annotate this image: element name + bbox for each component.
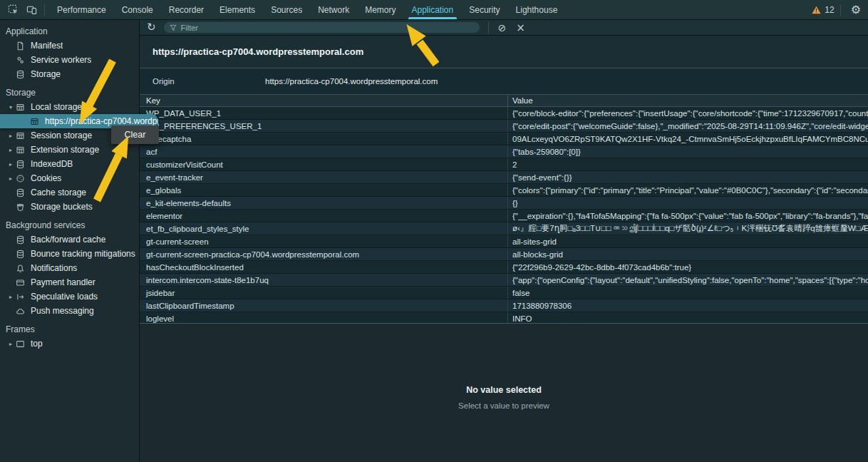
caret-expanded-icon[interactable]: ▾ bbox=[6, 104, 16, 111]
sidebar-item-speculative-loads[interactable]: ▸Speculative loads bbox=[0, 289, 139, 304]
toolbar-separator bbox=[488, 22, 489, 34]
section-title-storage: Storage bbox=[0, 86, 139, 100]
tab-application[interactable]: Application bbox=[404, 0, 462, 19]
row-value: 09ALcxeyqVO6ZRpST9KATQw2X1HF-Vtkq24_-Ctm… bbox=[508, 133, 868, 145]
table-row[interactable]: gt-current-screen-practica-cp7004.wordpr… bbox=[140, 248, 868, 261]
table-icon bbox=[16, 145, 25, 155]
sidebar-item-label: Manifest bbox=[31, 41, 63, 51]
sidebar-item-label: IndexedDB bbox=[31, 159, 73, 169]
row-value: {"core/block-editor":{"preferences":{"in… bbox=[508, 107, 868, 119]
caret-collapsed-icon[interactable]: ▸ bbox=[6, 294, 16, 300]
clear-context-menu-item[interactable]: Clear bbox=[111, 125, 159, 144]
tab-recorder[interactable]: Recorder bbox=[161, 0, 212, 19]
caret-collapsed-icon[interactable]: ▸ bbox=[6, 147, 16, 153]
sidebar-item-label: Storage buckets bbox=[31, 202, 93, 212]
sidebar-item-label: https://practica-cp7004.wordpresstempora… bbox=[45, 116, 158, 126]
sidebar-item-label: Local storage bbox=[31, 102, 82, 112]
doc-icon bbox=[16, 41, 25, 51]
key-column-header[interactable]: Key bbox=[140, 95, 508, 106]
caret-collapsed-icon[interactable]: ▸ bbox=[6, 341, 16, 347]
row-key: e_event-tracker bbox=[140, 171, 508, 183]
row-value: all-blocks-grid bbox=[508, 248, 868, 260]
row-value: {} bbox=[508, 197, 868, 209]
sidebar-item-local-storage[interactable]: ▾Local storage bbox=[0, 100, 139, 114]
sidebar-item-cookies[interactable]: ▸Cookies bbox=[0, 171, 139, 185]
row-key: hasCheckoutBlockInserted bbox=[140, 261, 508, 273]
sidebar-item-label: Cache storage bbox=[31, 188, 86, 197]
table-row[interactable]: e_globals{"colors":{"primary":{"id":"pri… bbox=[140, 184, 868, 197]
key-value-table: Key Value WP_DATA_USER_1{"core/block-edi… bbox=[140, 95, 868, 323]
tab-elements[interactable]: Elements bbox=[212, 0, 263, 19]
db-icon bbox=[16, 160, 25, 169]
row-value: {"22f296b9-2629-42bc-8dbb-4f073cad4b6b":… bbox=[508, 261, 868, 273]
table-row[interactable]: _grecaptcha09ALcxeyqVO6ZRpST9KATQw2X1HF-… bbox=[140, 133, 868, 145]
delete-selected-icon[interactable]: × bbox=[516, 21, 525, 34]
sidebar-item-storage[interactable]: Storage bbox=[0, 67, 139, 81]
db-icon bbox=[16, 188, 25, 197]
value-column-header[interactable]: Value bbox=[508, 95, 868, 106]
table-row[interactable]: acf{"tabs-259080":[0]} bbox=[140, 145, 868, 158]
sidebar-item-extension-storage[interactable]: ▸Extension storage bbox=[0, 143, 139, 157]
sidebar-item-label: Bounce tracking mitigations bbox=[31, 249, 135, 259]
topbar-separator bbox=[840, 4, 841, 16]
table-row[interactable]: e_kit-elements-defaults{} bbox=[140, 197, 868, 210]
table-row[interactable]: WP_DATA_USER_1{"core/block-editor":{"pre… bbox=[140, 107, 868, 120]
sidebar-item-manifest[interactable]: Manifest bbox=[0, 38, 139, 53]
table-row[interactable]: loglevelINFO bbox=[140, 312, 868, 323]
row-key: loglevel bbox=[140, 312, 508, 323]
table-row[interactable]: et_fb_clipboard_styles_styleø‹』腟□要7ղ䏤□ₐ3… bbox=[140, 222, 868, 235]
clear-all-icon[interactable]: ⊘ bbox=[498, 22, 507, 34]
table-row[interactable]: WP_PREFERENCES_USER_1{"core/edit-post":{… bbox=[140, 120, 868, 133]
specload-icon bbox=[16, 292, 25, 302]
devtools-tab-bar: PerformanceConsoleRecorderElementsSource… bbox=[0, 0, 868, 20]
sidebar-item-back-forward-cache[interactable]: Back/forward cache bbox=[0, 232, 139, 247]
table-row[interactable]: elementor{"__expiration":{},"fa4Tofa5Map… bbox=[140, 210, 868, 222]
device-toolbar-icon[interactable] bbox=[23, 1, 40, 19]
sidebar-item-indexeddb[interactable]: ▸IndexedDB bbox=[0, 157, 139, 171]
filter-input[interactable] bbox=[181, 24, 474, 32]
section-title-frames: Frames bbox=[0, 322, 139, 337]
warning-count[interactable]: 12 bbox=[825, 5, 834, 15]
topbar-right: 12 ⚙ bbox=[812, 3, 868, 16]
table-row[interactable]: lastClipboardTimestamp1713880978306 bbox=[140, 299, 868, 312]
tab-memory[interactable]: Memory bbox=[357, 0, 403, 19]
table-row[interactable]: gt-current-screenall-sites-grid bbox=[140, 235, 868, 248]
frame-icon bbox=[16, 339, 25, 349]
settings-gear-icon[interactable]: ⚙ bbox=[851, 3, 861, 16]
sidebar-item-service-workers[interactable]: Service workers bbox=[0, 53, 139, 67]
sidebar-item-label: Extension storage bbox=[31, 145, 99, 155]
table-row[interactable]: customizerVisitCount2 bbox=[140, 158, 868, 171]
table-row[interactable]: jsidebarfalse bbox=[140, 287, 868, 299]
origin-value: https://practica-cp7004.wordpresstempora… bbox=[265, 77, 438, 86]
table-row[interactable]: hasCheckoutBlockInserted{"22f296b9-2629-… bbox=[140, 261, 868, 274]
tab-lighthouse[interactable]: Lighthouse bbox=[508, 0, 566, 19]
gears-icon bbox=[16, 56, 25, 65]
sidebar: ApplicationManifestService workersStorag… bbox=[0, 20, 140, 462]
caret-collapsed-icon[interactable]: ▸ bbox=[6, 161, 16, 168]
table-icon bbox=[30, 117, 39, 126]
row-key: acf bbox=[140, 145, 508, 158]
warning-icon[interactable] bbox=[812, 6, 821, 14]
sidebar-item-label: Back/forward cache bbox=[31, 235, 105, 245]
table-row[interactable]: e_event-tracker{"send-event":{}} bbox=[140, 171, 868, 184]
caret-collapsed-icon[interactable]: ▸ bbox=[6, 133, 16, 139]
tab-network[interactable]: Network bbox=[310, 0, 357, 19]
tab-performance[interactable]: Performance bbox=[49, 0, 114, 19]
sidebar-item-top[interactable]: ▸top bbox=[0, 337, 139, 351]
sidebar-item-cache-storage[interactable]: Cache storage bbox=[0, 185, 139, 200]
sidebar-item-bounce-tracking-mitigations[interactable]: Bounce tracking mitigations bbox=[0, 247, 139, 261]
tab-security[interactable]: Security bbox=[461, 0, 507, 19]
sidebar-item-push-messaging[interactable]: Push messaging bbox=[0, 304, 139, 318]
tab-strip: PerformanceConsoleRecorderElementsSource… bbox=[49, 0, 565, 19]
filter-pill[interactable] bbox=[164, 22, 480, 33]
inspect-element-icon[interactable] bbox=[4, 1, 21, 19]
sidebar-item-storage-buckets[interactable]: Storage buckets bbox=[0, 200, 139, 214]
sidebar-item-label: Speculative loads bbox=[31, 292, 98, 302]
table-row[interactable]: intercom.intercom-state-t8e1b7uq{"app":{… bbox=[140, 274, 868, 287]
caret-collapsed-icon[interactable]: ▸ bbox=[6, 175, 16, 182]
tab-sources[interactable]: Sources bbox=[263, 0, 310, 19]
sidebar-item-notifications[interactable]: Notifications bbox=[0, 261, 139, 275]
refresh-icon[interactable]: ↻ bbox=[147, 21, 156, 34]
sidebar-item-payment-handler[interactable]: Payment handler bbox=[0, 275, 139, 289]
tab-console[interactable]: Console bbox=[114, 0, 161, 19]
